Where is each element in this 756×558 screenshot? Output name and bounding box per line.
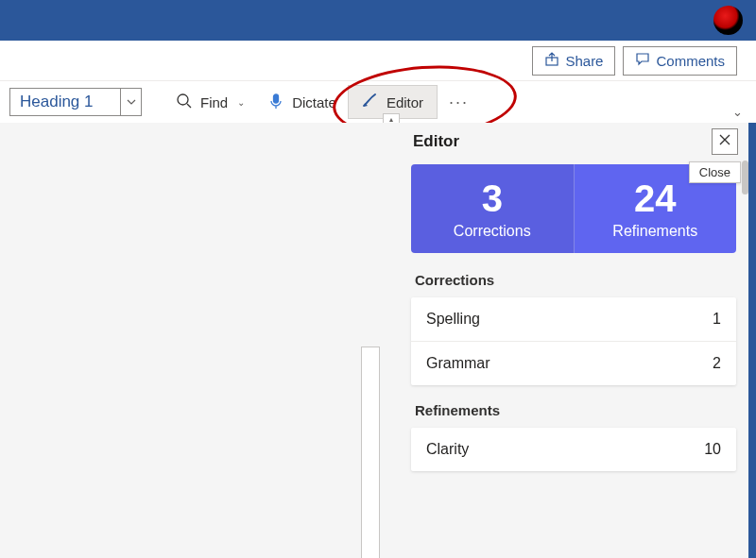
corrections-list: Spelling 1 Grammar 2 xyxy=(411,297,736,385)
list-item-count: 10 xyxy=(704,441,721,458)
refinements-score-label: Refinements xyxy=(582,223,730,240)
comments-button[interactable]: Comments xyxy=(623,46,737,76)
top-action-bar: Share Comments xyxy=(0,41,756,80)
list-item[interactable]: Spelling 1 xyxy=(411,297,736,342)
list-item[interactable]: Grammar 2 xyxy=(411,342,736,385)
list-item-count: 2 xyxy=(713,355,721,372)
corrections-score-card[interactable]: 3 Corrections xyxy=(411,164,575,253)
editor-pen-icon xyxy=(362,93,379,112)
ribbon: Heading 1 Find ⌄ Dictate Edit xyxy=(0,80,756,123)
refinements-section-label: Refinements xyxy=(415,402,732,418)
corrections-score-label: Corrections xyxy=(419,223,566,240)
list-item-label: Grammar xyxy=(426,355,490,372)
svg-point-1 xyxy=(178,94,188,105)
refinements-count: 24 xyxy=(582,179,730,217)
share-label: Share xyxy=(565,53,603,69)
comment-icon xyxy=(635,52,650,70)
share-icon xyxy=(544,52,559,70)
share-button[interactable]: Share xyxy=(532,46,615,76)
corrections-count: 3 xyxy=(419,179,566,217)
comments-label: Comments xyxy=(656,53,725,69)
window-titlebar xyxy=(0,0,756,41)
search-icon xyxy=(176,93,193,112)
list-item-label: Spelling xyxy=(426,311,480,328)
find-label: Find xyxy=(200,94,228,110)
ribbon-collapse-chevron[interactable]: ⌄ xyxy=(732,105,743,119)
close-icon xyxy=(718,133,731,150)
corrections-section-label: Corrections xyxy=(415,272,732,288)
score-row: 3 Corrections 24 Refinements xyxy=(411,164,736,253)
list-item-count: 1 xyxy=(713,311,721,328)
close-button[interactable]: Close xyxy=(712,128,738,155)
list-item[interactable]: Clarity 10 xyxy=(411,428,736,471)
chevron-down-icon xyxy=(120,89,141,115)
svg-rect-2 xyxy=(274,94,279,103)
find-button[interactable]: Find ⌄ xyxy=(164,81,256,124)
close-tooltip: Close xyxy=(689,161,741,183)
chevron-down-icon: ⌄ xyxy=(237,97,245,108)
panel-title: Editor xyxy=(413,132,459,151)
dictate-label: Dictate xyxy=(292,94,336,110)
scrollbar-thumb[interactable] xyxy=(742,161,748,194)
styles-dropdown-label: Heading 1 xyxy=(10,93,120,111)
editor-panel: Editor Close 3 Corrections 24 Refinement… xyxy=(405,123,742,558)
list-item-label: Clarity xyxy=(426,441,469,458)
avatar[interactable] xyxy=(713,6,743,35)
window-right-edge xyxy=(748,123,756,558)
content-area: Editor Close 3 Corrections 24 Refinement… xyxy=(0,123,756,558)
microphone-icon xyxy=(267,93,284,112)
editor-button-label: Editor xyxy=(387,94,423,110)
styles-dropdown[interactable]: Heading 1 xyxy=(9,88,142,116)
dictate-button[interactable]: Dictate xyxy=(256,81,348,124)
document-page[interactable] xyxy=(361,347,380,558)
refinements-list: Clarity 10 xyxy=(411,428,736,471)
more-button[interactable]: ··· xyxy=(438,93,480,112)
